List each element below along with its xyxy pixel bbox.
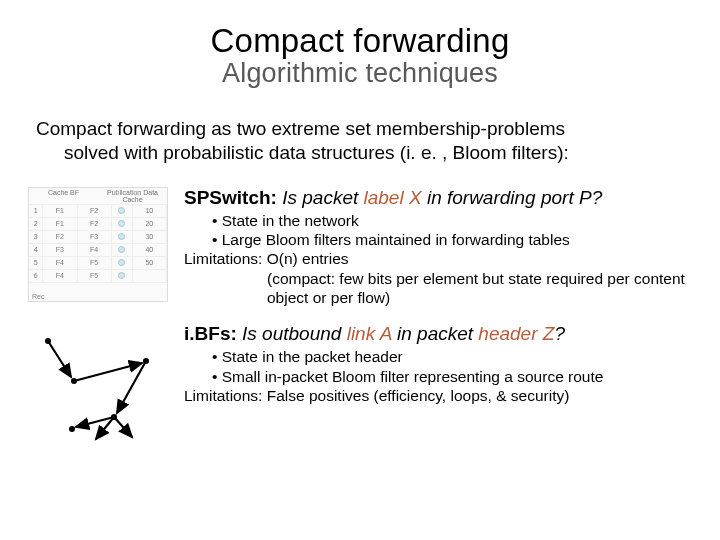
fig1-idx: 6 bbox=[29, 270, 42, 283]
fig1-hdr-left: Cache BF bbox=[29, 188, 98, 205]
limitations-text: O(n) entries bbox=[262, 250, 348, 267]
spswitch-bullet: • Large Bloom filters maintained in forw… bbox=[212, 230, 692, 249]
ibfs-q-pre: Is outbound bbox=[237, 323, 347, 344]
ibfs-bullet: • Small in-packet Bloom filter represent… bbox=[212, 367, 692, 386]
fig1-idx: 1 bbox=[29, 205, 42, 218]
fig1-a: F1 bbox=[43, 218, 76, 231]
spswitch-q-highlight: label X bbox=[364, 187, 422, 208]
limitations-label: Limitations: bbox=[184, 387, 262, 404]
slide-title: Compact forwarding bbox=[28, 22, 692, 60]
spswitch-bullet: • State in the network bbox=[212, 211, 692, 230]
spswitch-heading: SPSwitch: Is packet label X in forwardin… bbox=[184, 187, 692, 209]
spswitch-q-post: in forwarding port P? bbox=[422, 187, 603, 208]
dot-icon bbox=[118, 220, 125, 227]
fig1-b: F4 bbox=[78, 244, 111, 257]
ibfs-lead: i.BFs: bbox=[184, 323, 237, 344]
fig1-idx: 4 bbox=[29, 244, 42, 257]
slide-subtitle: Algorithmic techniques bbox=[28, 58, 692, 89]
ibfs-heading: i.BFs: Is outbound link A in packet head… bbox=[184, 323, 692, 345]
fig1-a: F4 bbox=[43, 270, 76, 283]
fig1-port: 10 bbox=[133, 205, 166, 218]
fig1-hdr-right: Publication Data Cache bbox=[98, 188, 167, 205]
fig1-b: F5 bbox=[78, 257, 111, 270]
spswitch-lead: SPSwitch: bbox=[184, 187, 277, 208]
fig1-a: F2 bbox=[43, 231, 76, 244]
limitations-label: Limitations: bbox=[184, 250, 262, 267]
fig1-port: 40 bbox=[133, 244, 166, 257]
spswitch-figure: Cache BF Publication Data Cache 1 2 3 4 … bbox=[28, 187, 168, 302]
arrow-icon bbox=[114, 417, 132, 437]
limitations-detail: (compact: few bits per element but state… bbox=[212, 269, 692, 308]
limitations-text: False positives (efficiency, loops, & se… bbox=[262, 387, 569, 404]
fig1-idx: 2 bbox=[29, 218, 42, 231]
dot-icon bbox=[118, 246, 125, 253]
dot-icon bbox=[118, 233, 125, 240]
fig1-b: F5 bbox=[78, 270, 111, 283]
spswitch-bullets: • State in the network • Large Bloom fil… bbox=[184, 211, 692, 308]
ibfs-q-hl: link A bbox=[347, 323, 392, 344]
intro-line2: solved with probabilistic data structure… bbox=[36, 141, 684, 165]
fig1-a: F3 bbox=[43, 244, 76, 257]
node-icon bbox=[69, 426, 75, 432]
ibfs-q-mid: in packet bbox=[392, 323, 479, 344]
fig1-b: F3 bbox=[78, 231, 111, 244]
ibfs-bullets: • State in the packet header • Small in-… bbox=[184, 347, 692, 405]
fig1-b: F2 bbox=[78, 205, 111, 218]
spswitch-q-pre: Is packet bbox=[277, 187, 364, 208]
ibfs-q-hl2: header Z bbox=[478, 323, 554, 344]
section-ibfs: i.BFs: Is outbound link A in packet head… bbox=[28, 323, 692, 443]
fig1-bottom-label: Rec bbox=[32, 293, 44, 300]
intro-line1: Compact forwarding as two extreme set me… bbox=[36, 118, 565, 139]
fig1-port: 20 bbox=[133, 218, 166, 231]
ibfs-q-post: ? bbox=[554, 323, 565, 344]
arrow-icon bbox=[48, 341, 71, 377]
intro-text: Compact forwarding as two extreme set me… bbox=[28, 117, 692, 165]
ibfs-bullet: • State in the packet header bbox=[212, 347, 692, 366]
ibfs-figure bbox=[28, 323, 168, 443]
fig1-port: 30 bbox=[133, 231, 166, 244]
arrow-icon bbox=[74, 363, 142, 381]
fig1-a: F4 bbox=[43, 257, 76, 270]
fig1-a: F1 bbox=[43, 205, 76, 218]
dot-icon bbox=[118, 272, 125, 279]
fig1-idx: 5 bbox=[29, 257, 42, 270]
dot-icon bbox=[118, 207, 125, 214]
fig1-idx: 3 bbox=[29, 231, 42, 244]
fig1-b: F2 bbox=[78, 218, 111, 231]
dot-icon bbox=[118, 259, 125, 266]
fig1-port: 50 bbox=[133, 257, 166, 270]
section-spswitch: Cache BF Publication Data Cache 1 2 3 4 … bbox=[28, 187, 692, 308]
